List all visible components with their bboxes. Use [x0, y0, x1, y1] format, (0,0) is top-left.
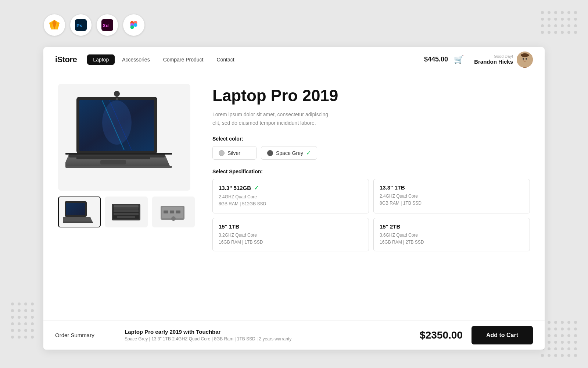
svg-rect-30: [100, 160, 126, 164]
color-select-label: Select color:: [212, 136, 530, 142]
product-title: Laptop Pro 2019: [212, 87, 530, 105]
nav-right: $445.00 🛒 Good Day! Brandon Hicks: [424, 52, 533, 68]
spec-details-3: 3.6GHZ Quad Core 16GB RAM | 2TB SSD: [380, 232, 524, 246]
nav-logo: iStore: [55, 55, 77, 64]
svg-point-50: [171, 216, 176, 221]
svg-point-19: [523, 58, 524, 60]
svg-point-20: [526, 58, 527, 60]
spec-options: 13.3" 512GB ✓ 2.4GHZ Quad Core 8GB RAM |…: [212, 179, 530, 251]
nav-item-laptop[interactable]: Laptop: [87, 54, 115, 65]
spec-option-0[interactable]: 13.3" 512GB ✓ 2.4GHZ Quad Core 8GB RAM |…: [212, 179, 369, 213]
decorative-dots-bottom-left: [11, 302, 34, 339]
svg-point-27: [116, 98, 118, 100]
spec-name-0: 13.3" 512GB ✓: [219, 184, 363, 191]
product-images: [58, 84, 195, 313]
svg-text:Xd: Xd: [103, 23, 109, 28]
svg-rect-47: [164, 210, 168, 213]
nav-items: Laptop Accessories Compare Product Conta…: [87, 54, 424, 65]
order-price: $2350.00: [420, 329, 463, 341]
color-selected-check: ✓: [306, 149, 311, 156]
spec-check-0: ✓: [254, 184, 259, 191]
svg-rect-37: [63, 222, 93, 223]
order-summary-label: Order Summary: [55, 332, 114, 338]
spec-details-1: 2.4GHZ Quad Core 8GB RAM | 1TB SSD: [380, 193, 524, 207]
silver-dot: [219, 150, 225, 156]
nav-item-contact[interactable]: Contact: [211, 54, 240, 65]
spacegrey-dot: [267, 150, 273, 156]
app-icons-bar: Ps Xd: [43, 14, 145, 36]
svg-rect-32: [65, 153, 172, 155]
svg-rect-44: [114, 205, 139, 207]
nav-item-compare[interactable]: Compare Product: [157, 54, 209, 65]
decorative-dots-bottom-right: [541, 321, 577, 357]
order-bar: Order Summary Laptop Pro early 2019 with…: [43, 320, 545, 350]
color-option-silver[interactable]: Silver: [212, 146, 257, 160]
svg-text:Ps: Ps: [76, 23, 82, 28]
nav-item-accessories[interactable]: Accessories: [116, 54, 155, 65]
spec-details-0: 2.4GHZ Quad Core 8GB RAM | 512GB SSD: [219, 194, 363, 208]
svg-rect-18: [521, 54, 529, 56]
add-to-cart-button[interactable]: Add to Cart: [472, 326, 533, 344]
spec-option-1[interactable]: 13.3" 1TB 2.4GHZ Quad Core 8GB RAM | 1TB…: [373, 179, 530, 213]
svg-rect-42: [114, 213, 139, 215]
main-card: iStore Laptop Accessories Compare Produc…: [43, 47, 545, 350]
order-product-spec: Space Grey | 13.3" 1TB 2.4GHZ Quad Core …: [125, 336, 420, 342]
nav-user-greeting: Good Day!: [474, 54, 513, 59]
product-description: Lorem ipsum dolor sit amet, consectetur …: [212, 110, 330, 127]
nav-user-info: Good Day! Brandon Hicks: [474, 54, 513, 65]
order-divider: [114, 326, 114, 344]
spec-name-1: 13.3" 1TB: [380, 184, 524, 191]
svg-rect-48: [170, 210, 174, 213]
svg-point-12: [130, 25, 134, 29]
order-product-name: Laptop Pro early 2019 with Touchbar: [125, 329, 420, 335]
spec-option-3[interactable]: 15" 2TB 3.6GHZ Quad Core 16GB RAM | 2TB …: [373, 218, 530, 251]
spec-select-label: Select Specification:: [212, 169, 530, 174]
color-silver-label: Silver: [227, 150, 240, 156]
thumbnail-row: [58, 197, 195, 227]
nav-user-name: Brandon Hicks: [474, 59, 513, 65]
thumbnail-1[interactable]: [58, 197, 101, 227]
product-info: Laptop Pro 2019 Lorem ipsum dolor sit am…: [212, 84, 530, 313]
svg-rect-29: [76, 156, 150, 159]
spec-option-2[interactable]: 15" 1TB 3.2GHZ Quad Core 16GB RAM | 1TB …: [212, 218, 369, 251]
svg-rect-31: [65, 166, 172, 168]
sketch-icon[interactable]: [43, 14, 65, 36]
color-option-spacegrey[interactable]: Space Grey ✓: [261, 146, 317, 160]
spec-details-2: 3.2GHZ Quad Core 16GB RAM | 1TB SSD: [219, 232, 363, 246]
figma-icon[interactable]: [123, 14, 145, 36]
main-product-image: [58, 84, 190, 191]
avatar: [517, 52, 533, 68]
svg-rect-36: [66, 203, 85, 215]
svg-rect-41: [114, 209, 139, 212]
cart-icon[interactable]: 🛒: [454, 55, 464, 64]
cart-price: $445.00: [424, 56, 448, 63]
content-area: Laptop Pro 2019 Lorem ipsum dolor sit am…: [43, 72, 545, 350]
color-spacegrey-label: Space Grey: [276, 150, 303, 156]
thumbnail-3[interactable]: [152, 197, 195, 227]
thumbnail-2[interactable]: [105, 197, 148, 227]
svg-point-33: [114, 91, 120, 97]
color-options: Silver Space Grey ✓: [212, 146, 530, 160]
svg-point-15: [519, 67, 531, 68]
photoshop-icon[interactable]: Ps: [70, 14, 92, 36]
svg-rect-49: [176, 210, 180, 213]
svg-point-13: [134, 23, 137, 27]
nav-user: Good Day! Brandon Hicks: [474, 52, 533, 68]
xd-icon[interactable]: Xd: [96, 14, 118, 36]
svg-rect-43: [117, 216, 135, 218]
spec-name-3: 15" 2TB: [380, 223, 524, 230]
spec-name-2: 15" 1TB: [219, 223, 363, 230]
laptop-illustration: [65, 89, 183, 185]
order-details: Laptop Pro early 2019 with Touchbar Spac…: [125, 329, 420, 342]
navbar: iStore Laptop Accessories Compare Produc…: [43, 47, 545, 72]
product-section: Laptop Pro 2019 Lorem ipsum dolor sit am…: [43, 72, 545, 320]
svg-point-24: [102, 100, 132, 145]
decorative-dots-top-right: [541, 11, 577, 34]
